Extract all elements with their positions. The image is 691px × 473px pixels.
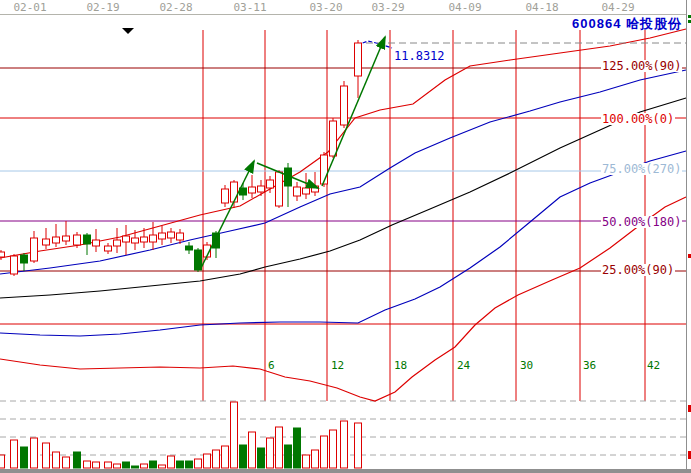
candle — [53, 224, 60, 247]
candle — [330, 118, 337, 158]
volume-bar — [294, 428, 301, 468]
candle — [159, 226, 166, 245]
candle — [43, 228, 50, 249]
volume-bar — [267, 438, 274, 468]
candle — [258, 180, 265, 196]
candle — [213, 231, 220, 258]
upper-red-band — [0, 29, 686, 258]
window-bottom-border — [0, 469, 691, 473]
volume-bar — [53, 452, 60, 468]
volume-bar — [31, 438, 38, 468]
gann-time-number: 24 — [456, 360, 471, 371]
volume-bar — [330, 430, 337, 468]
date-axis: 02-0102-1902-2803-1103-2003-2904-0904-18… — [0, 0, 687, 15]
volume-bar — [341, 421, 348, 468]
volume-bar — [150, 461, 157, 468]
gann-time-number: 18 — [393, 360, 408, 371]
volume-bar — [258, 448, 265, 468]
volume-bar — [177, 461, 184, 468]
volume-bar — [303, 455, 310, 468]
candle — [231, 180, 238, 208]
trend-arrow — [201, 161, 254, 268]
gann-time-number: 42 — [646, 360, 661, 371]
candle — [294, 182, 301, 201]
candle — [355, 40, 362, 98]
top-blue-stub — [357, 41, 392, 48]
volume-bar — [276, 427, 283, 468]
price-chart-canvas[interactable] — [0, 0, 691, 473]
volume-bar — [63, 457, 70, 468]
candle — [312, 172, 319, 196]
volume-bar — [0, 455, 5, 468]
volume-bar — [249, 432, 256, 468]
volume-bar — [312, 450, 319, 468]
date-axis-label: 02-19 — [86, 1, 119, 14]
ticker-title: 600864 哈投股份 — [572, 15, 682, 33]
candle — [222, 185, 229, 207]
volume-bar — [11, 440, 18, 468]
mid-black-band — [0, 98, 686, 298]
event-marker-triangle-icon — [122, 28, 134, 34]
candle — [240, 183, 247, 200]
volume-bar — [222, 446, 229, 468]
date-axis-label: 03-11 — [233, 1, 266, 14]
candle — [63, 221, 70, 245]
volume-bar — [159, 465, 166, 468]
volume-bar — [132, 466, 139, 468]
gann-percent-label: 100.00%(0) — [601, 113, 675, 125]
candle — [84, 233, 91, 255]
volume-bar — [321, 436, 328, 468]
volume-bar — [204, 454, 211, 468]
date-axis-label: 02-01 — [13, 1, 46, 14]
date-axis-label: 03-29 — [371, 1, 404, 14]
gann-percent-label: 25.00%(90) — [601, 264, 675, 276]
candle — [114, 228, 121, 253]
date-axis-label: 04-18 — [525, 1, 558, 14]
candle — [31, 231, 38, 263]
volume-bar — [213, 450, 220, 468]
candle — [11, 254, 18, 276]
volume-bar — [186, 461, 193, 468]
candle — [105, 243, 112, 254]
volume-bar — [74, 452, 81, 468]
candle — [168, 228, 175, 243]
gann-time-number: 12 — [330, 360, 345, 371]
candle — [93, 229, 100, 252]
gann-percent-label: 75.00%(270) — [601, 163, 682, 175]
candle — [123, 225, 130, 255]
candle — [285, 163, 292, 207]
gann-percent-label: 125.00%(90) — [601, 60, 682, 72]
last-price-annotation: 11.8312 — [393, 49, 446, 63]
gann-time-number: 36 — [582, 360, 597, 371]
candle — [249, 175, 256, 198]
volume-bar — [84, 461, 91, 468]
volume-bar — [231, 402, 238, 468]
date-axis-label: 04-09 — [448, 1, 481, 14]
candle — [150, 222, 157, 250]
right-minimap-strip[interactable] — [686, 0, 691, 469]
volume-bar — [114, 464, 121, 468]
volume-bar — [285, 445, 292, 468]
candle — [276, 170, 283, 208]
stock-chart-window: 02-0102-1902-2803-1103-2003-2904-0904-18… — [0, 0, 691, 473]
volume-bar — [105, 462, 112, 468]
volume-bar — [240, 445, 247, 468]
volume-bar — [141, 464, 148, 468]
candle — [186, 242, 193, 254]
volume-bar — [355, 423, 362, 468]
lower-blue-band — [0, 151, 686, 336]
gann-time-number: 30 — [519, 360, 534, 371]
volume-bar — [21, 447, 28, 468]
candle — [0, 250, 5, 260]
candle — [303, 173, 310, 199]
date-axis-label: 02-28 — [159, 1, 192, 14]
volume-bar — [123, 462, 130, 468]
date-axis-label: 04-29 — [601, 1, 634, 14]
volume-bar — [93, 462, 100, 468]
volume-bar — [195, 459, 202, 468]
gann-percent-label: 50.00%(180) — [601, 216, 682, 228]
gann-time-number: 6 — [267, 360, 276, 371]
candle — [341, 81, 348, 128]
candle — [195, 248, 202, 272]
volume-bar — [43, 443, 50, 468]
